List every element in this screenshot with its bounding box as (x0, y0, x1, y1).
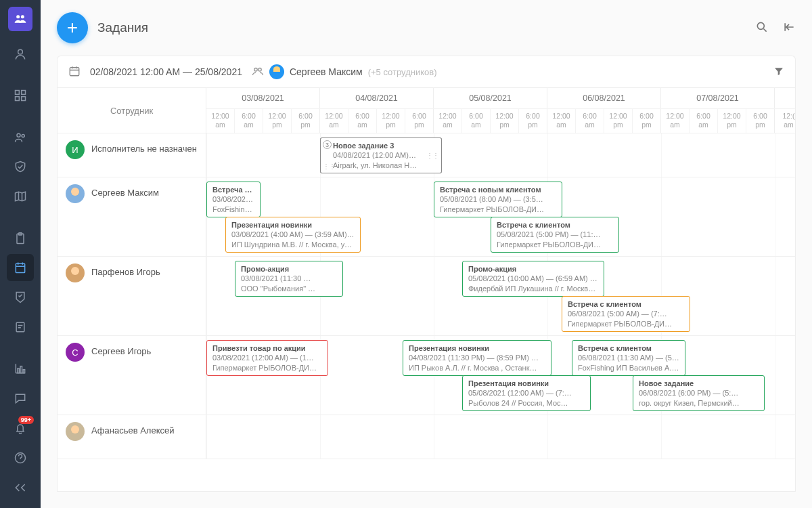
user-avatar (269, 64, 284, 79)
task-card[interactable]: Презентация новинки04/08/2021 (11:30 PM)… (403, 340, 551, 376)
help-icon[interactable] (7, 444, 34, 471)
time-header: 12:00am (320, 109, 348, 133)
time-header: 6:00am (462, 109, 491, 133)
employee-name: Исполнитель не назначен (91, 140, 197, 154)
task-title: Встреча с новым клиентом (440, 185, 558, 194)
task-time: 03/08/2021 (4:00 AM) — (3:59 AM) 0… (231, 230, 356, 239)
task-title: Встреча с … (212, 185, 256, 194)
task-card[interactable]: Встреча с клиентом05/08/2021 (5:00 PM) —… (491, 217, 619, 253)
time-header: 6:00pm (519, 109, 547, 133)
task-location: FoxFishing ИП Васильев А. /… (578, 363, 681, 373)
svg-point-1 (21, 15, 24, 18)
task-location: FoxFishing … (212, 205, 256, 214)
task-location: Гипермаркет РЫБОЛОВ-ДИ… (497, 240, 614, 249)
task-time: 04/08/2021 (12:00 AM)… (333, 150, 437, 160)
employee-name: Афанасьев Алексей (91, 422, 174, 436)
gantt-grid: Сотрудник 03/08/202104/08/202105/08/2021… (57, 87, 796, 492)
svg-rect-18 (70, 67, 79, 75)
task-time: 05/08/2021 (10:00 AM) — (6:59 AM) … (468, 274, 600, 283)
employee-name: Сергеев Максим (91, 184, 159, 198)
task-card[interactable]: Встреча с клиентом06/08/2021 (11:30 AM) … (572, 340, 685, 376)
time-header: 12:00am (661, 109, 690, 133)
employee-avatar: С (66, 343, 85, 362)
shield-icon[interactable] (7, 154, 34, 181)
collapse-right-icon[interactable] (782, 20, 796, 36)
task-card[interactable]: Презентация новинки03/08/2021 (4:00 AM) … (225, 217, 361, 253)
page-title: Задания (97, 20, 148, 35)
notifications-icon[interactable]: 99+ (7, 415, 34, 442)
task-time: 05/08/2021 (12:00 AM) — (7:… (468, 388, 586, 398)
task-location: Гипермаркет РЫБОЛОВ-ДИ… (440, 205, 558, 214)
drag-handle-icon[interactable]: ⋮⋮ (323, 162, 335, 171)
date-header: 07/08/2021 (661, 88, 775, 108)
time-header: 12:00am (206, 109, 235, 133)
task-card[interactable]: 3Новое задание 304/08/2021 (12:00 AM)…Ai… (320, 137, 442, 173)
employee-avatar (66, 184, 85, 203)
task-time: 03/08/2021 … (212, 194, 256, 204)
task-location: Гипермаркет РЫБОЛОВ-ДИ… (212, 363, 323, 373)
task-card[interactable]: Промо-акция05/08/2021 (10:00 AM) — (6:59… (462, 261, 604, 297)
task-location: Фидербай ИП Лукашина // г. Москв… (468, 284, 600, 293)
time-header: 12:00pm (604, 109, 633, 133)
time-header: 12:00pm (718, 109, 746, 133)
create-button[interactable]: + (57, 12, 88, 43)
people-filter[interactable]: Сергеев Максим (+5 сотрудников) (252, 64, 437, 79)
task-card[interactable]: Новое задание06/08/2021 (6:00 PM) — (5:…… (633, 375, 765, 411)
task-title: Новое задание (639, 379, 760, 388)
people-icon[interactable] (7, 124, 34, 151)
svg-point-0 (16, 15, 20, 18)
clipboard-icon[interactable] (7, 225, 34, 252)
employee-row: ССергеев ИгорьПривезти товар по акции03/… (58, 336, 795, 415)
calendar-tasks-icon[interactable] (7, 254, 34, 281)
task-time: 05/08/2021 (8:00 AM) — (3:5… (440, 194, 558, 204)
chat-icon[interactable] (7, 385, 34, 412)
task-card[interactable]: Промо-акция03/08/2021 (11:30 …ООО "Рыбом… (235, 261, 343, 297)
search-icon[interactable] (755, 20, 769, 36)
date-header: 05/08/2021 (434, 88, 547, 108)
task-card[interactable]: Привезти товар по акции03/08/2021 (12:00… (206, 340, 328, 376)
task-location: ООО "Рыбомания" … (241, 284, 338, 293)
task-card[interactable]: Презентация новинки05/08/2021 (12:00 AM)… (462, 375, 591, 411)
brand-icon[interactable] (8, 7, 32, 31)
extra-users: (+5 сотрудников) (368, 67, 437, 77)
time-header: 6:00am (576, 109, 604, 133)
task-time: 04/08/2021 (11:30 PM) — (8:59 PM) … (409, 353, 547, 362)
chart-icon[interactable] (7, 355, 34, 382)
task-location: Рыболов 24 // Россия, Мос… (468, 398, 586, 408)
time-header: 6:00pm (292, 109, 320, 133)
dashboard-icon[interactable] (7, 82, 34, 109)
drag-handle-icon[interactable]: ⋮⋮ (426, 151, 438, 160)
profile-icon[interactable] (7, 41, 34, 68)
collapse-icon[interactable] (7, 474, 34, 501)
task-title: Новое задание 3 (333, 141, 437, 150)
svg-rect-12 (16, 322, 24, 331)
task-time: 05/08/2021 (5:00 PM) — (11:… (497, 230, 614, 239)
task-time: 06/08/2021 (5:00 AM) — (7:… (568, 309, 685, 318)
task-card[interactable]: Встреча с новым клиентом05/08/2021 (8:00… (434, 182, 562, 217)
task-title: Промо-акция (241, 264, 338, 274)
employee-row: Афанасьев Алексей (58, 415, 795, 459)
task-title: Встреча с клиентом (568, 299, 685, 309)
svg-point-20 (258, 68, 262, 71)
time-header: 12:00pm (491, 109, 519, 133)
svg-point-7 (17, 133, 20, 137)
task-order: 3 (323, 140, 332, 149)
map-icon[interactable] (7, 183, 34, 210)
calendar-icon[interactable] (68, 65, 81, 79)
employee-row: Парфенов ИгорьПромо-акция03/08/2021 (11:… (58, 257, 795, 336)
filter-icon[interactable] (773, 66, 784, 79)
note-icon[interactable] (7, 314, 34, 341)
task-time: 06/08/2021 (11:30 AM) — (5:… (578, 353, 681, 362)
badge-icon[interactable] (7, 284, 34, 311)
svg-point-8 (22, 134, 24, 137)
task-title: Презентация новинки (468, 379, 586, 388)
task-card[interactable]: Встреча с клиентом06/08/2021 (5:00 AM) —… (562, 296, 690, 332)
selected-user: Сергеев Максим (290, 66, 363, 77)
task-card[interactable]: Встреча с …03/08/2021 …FoxFishing … (206, 182, 261, 217)
date-range[interactable]: 02/08/2021 12:00 AM — 25/08/2021 (90, 66, 242, 77)
employee-avatar (66, 422, 85, 441)
task-title: Промо-акция (468, 264, 600, 274)
svg-rect-3 (16, 91, 20, 95)
time-header: 12:00am (434, 109, 462, 133)
svg-rect-6 (22, 97, 26, 101)
